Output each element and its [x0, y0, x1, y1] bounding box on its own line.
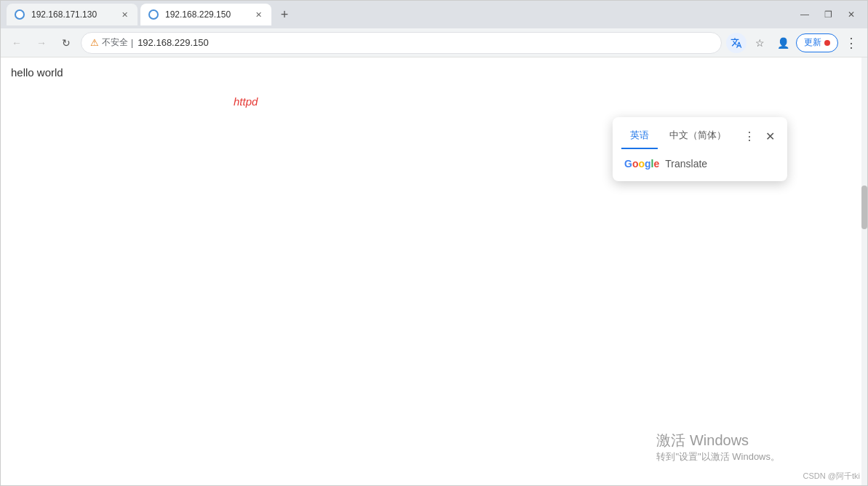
scrollbar[interactable] — [861, 57, 867, 485]
separator: | — [131, 38, 133, 48]
tab-2-title: 192.168.229.150 — [165, 9, 231, 20]
google-g: G — [624, 158, 632, 170]
tab-1-close[interactable]: ✕ — [119, 9, 130, 20]
back-button[interactable]: ← — [7, 33, 27, 53]
maximize-button[interactable]: ❐ — [818, 4, 838, 25]
translate-button[interactable] — [726, 33, 746, 53]
window-controls: — ❐ ✕ — [795, 4, 861, 25]
globe-icon-1 — [15, 9, 25, 20]
reload-button[interactable]: ↻ — [56, 33, 76, 53]
new-tab-button[interactable]: + — [274, 4, 295, 25]
forward-button[interactable]: → — [31, 33, 52, 53]
toolbar: ← → ↻ ⚠ 不安全 | 192.168.229.150 ☆ 👤 更新 — [1, 28, 867, 57]
translate-close-button[interactable]: ✕ — [761, 127, 779, 145]
update-label: 更新 — [804, 36, 821, 49]
address-text: 192.168.229.150 — [138, 37, 209, 48]
bookmark-button[interactable]: ☆ — [749, 33, 770, 53]
translate-popup-body: Google Translate — [613, 149, 787, 181]
title-bar: 192.168.171.130 ✕ 192.168.229.150 ✕ + — … — [1, 1, 867, 28]
profile-button[interactable]: 👤 — [773, 33, 793, 53]
tab-2[interactable]: 192.168.229.150 ✕ — [140, 4, 271, 25]
tab-2-close[interactable]: ✕ — [252, 9, 264, 20]
toolbar-right: ☆ 👤 更新 ⋮ — [726, 33, 861, 53]
translate-more-button[interactable]: ⋮ — [741, 127, 758, 145]
update-button[interactable]: 更新 — [796, 33, 838, 52]
minimize-button[interactable]: — — [795, 4, 815, 25]
update-indicator — [824, 40, 830, 46]
translate-brand-text: Translate — [665, 158, 707, 170]
warning-icon: ⚠ — [90, 37, 99, 48]
globe-icon-2 — [148, 9, 159, 20]
translate-popup-actions: ⋮ ✕ — [741, 127, 779, 145]
watermark-line2: 转到"设置"以激活 Windows。 — [656, 450, 780, 463]
tab-1[interactable]: 192.168.171.130 ✕ — [7, 4, 138, 25]
httpd-annotation: httpd — [234, 95, 258, 108]
page-text: hello world — [1, 57, 867, 87]
tab-1-title: 192.168.171.130 — [31, 9, 97, 20]
google-e: e — [653, 158, 659, 170]
page-content: hello world httpd 英语 中文（简体） ⋮ ✕ Google T… — [1, 57, 867, 485]
menu-button[interactable]: ⋮ — [841, 33, 861, 53]
tab-1-favicon — [14, 9, 25, 20]
browser-window: 192.168.171.130 ✕ 192.168.229.150 ✕ + — … — [0, 0, 868, 486]
close-button[interactable]: ✕ — [841, 4, 861, 25]
csdn-watermark: CSDN @阿千tki — [803, 471, 860, 482]
address-bar[interactable]: ⚠ 不安全 | 192.168.229.150 — [81, 32, 722, 54]
windows-watermark: 激活 Windows 转到"设置"以激活 Windows。 — [656, 431, 780, 463]
translate-popup: 英语 中文（简体） ⋮ ✕ Google Translate — [613, 117, 787, 181]
translate-tab-english[interactable]: 英语 — [621, 123, 658, 149]
translate-tab-chinese[interactable]: 中文（简体） — [661, 123, 735, 149]
translate-popup-header: 英语 中文（简体） ⋮ ✕ — [613, 117, 787, 149]
google-g2: g — [645, 158, 651, 170]
watermark-line1: 激活 Windows — [656, 431, 780, 450]
google-logo: Google — [624, 158, 659, 170]
google-o2: o — [638, 158, 645, 170]
tab-2-favicon — [148, 9, 159, 20]
translate-icon — [730, 37, 742, 49]
scrollbar-thumb[interactable] — [861, 186, 867, 229]
security-warning: ⚠ 不安全 | — [90, 36, 133, 49]
security-text: 不安全 — [102, 36, 128, 49]
